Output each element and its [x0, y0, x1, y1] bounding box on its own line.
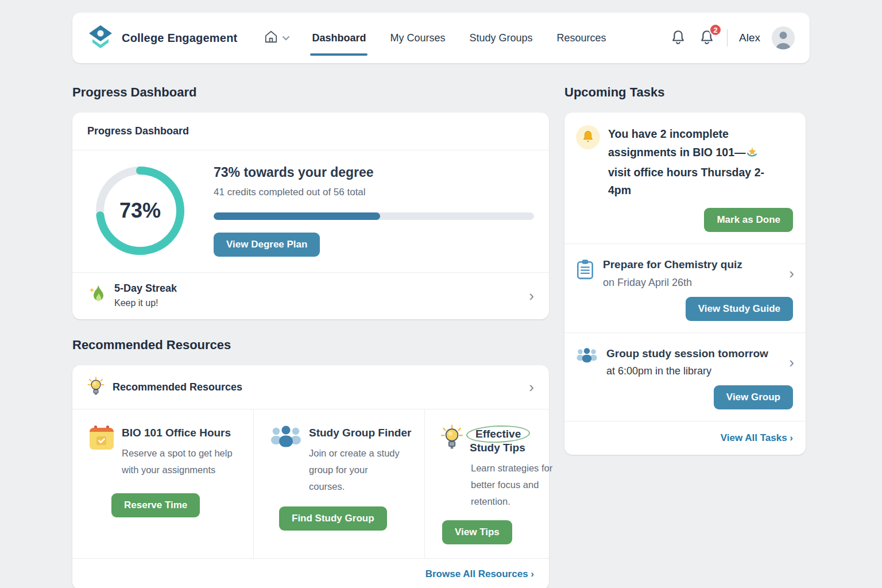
view-degree-plan-button[interactable]: View Degree Plan [214, 233, 320, 257]
notification-count-badge: 2 [709, 24, 722, 36]
lightbulb-icon [441, 424, 463, 453]
streak-title: 5-Day Streak [114, 283, 177, 295]
view-all-tasks-link[interactable]: View All Tasks › [721, 432, 793, 443]
tasks-footer: View All Tasks › [564, 421, 806, 455]
progress-section-title: Progress Dashboard [72, 85, 549, 100]
nav-tab-resources[interactable]: Resources [557, 13, 606, 63]
top-navigation-bar: College Engagement Dashboard My Courses … [72, 13, 810, 63]
header-divider [727, 29, 728, 47]
tasks-section-title: Upcoming Tasks [564, 85, 806, 100]
alert-bell-icon [576, 125, 600, 149]
user-name: Alex [739, 32, 760, 44]
app-title: College Engagement [122, 32, 237, 45]
streak-subtext: Keep it up! [114, 298, 177, 308]
resources-card-header-title: Recommended Resources [113, 381, 242, 393]
task-title: Group study session tomorrow [606, 346, 768, 362]
resource-card-study-group-finder: Study Group Finder Join or create a stud… [253, 409, 424, 558]
alerts-bell-icon[interactable]: 2 [698, 29, 715, 47]
degree-progress-ring: 73% [94, 165, 186, 257]
resource-title: Study Group Finder [309, 424, 411, 439]
degree-progress-subtext: 41 credits completed out of 56 total [214, 187, 534, 198]
resource-title: Effective Study Tips [470, 424, 527, 454]
graduation-cap-logo-icon [87, 24, 114, 52]
task-title: Prepare for Chemistry quiz [603, 257, 742, 273]
home-menu[interactable] [264, 29, 290, 47]
header-right: 2 Alex [670, 26, 795, 49]
dizzy-star-icon [746, 145, 758, 164]
task-item-group-study: Group study session tomorrow at 6:00pm i… [564, 333, 806, 421]
people-group-icon [270, 424, 302, 453]
streak-row[interactable]: 5-Day Streak Keep it up! › [72, 273, 549, 319]
chevron-right-icon[interactable]: › [529, 288, 534, 303]
task-item-bio101: You have 2 incomplete assignments in BIO… [564, 113, 806, 243]
view-group-button[interactable]: View Group [714, 385, 793, 409]
degree-progress-bar [214, 212, 534, 220]
resources-grid: BIO 101 Office Hours Reserve a spot to g… [72, 409, 549, 558]
task-item-chemistry-quiz: Prepare for Chemistry quiz on Friday Apr… [564, 244, 806, 332]
lightbulb-icon [87, 376, 105, 398]
brand: College Engagement [87, 24, 237, 52]
nav-tab-my-courses-label: My Courses [390, 32, 445, 44]
upcoming-tasks-card: You have 2 incomplete assignments in BIO… [564, 113, 806, 455]
nav-tab-my-courses[interactable]: My Courses [390, 13, 445, 63]
resource-title: BIO 101 Office Hours [122, 424, 247, 439]
chevron-down-icon [282, 33, 290, 43]
flame-streak-icon [88, 284, 107, 308]
nav-tab-dashboard-label: Dashboard [312, 32, 366, 44]
nav-tab-study-groups[interactable]: Study Groups [469, 13, 532, 63]
user-avatar[interactable] [772, 26, 795, 49]
main-nav: Dashboard My Courses Study Groups Resour… [312, 13, 606, 63]
browse-all-resources-link[interactable]: Browse All Resources › [425, 568, 534, 579]
task-text: You have 2 incomplete assignments in BIO… [608, 125, 773, 200]
resource-description: Learn strategies for better focus and re… [471, 460, 564, 510]
degree-progress-headline: 73% towards your degree [214, 165, 534, 180]
nav-tab-dashboard[interactable]: Dashboard [312, 13, 366, 63]
mark-as-done-button[interactable]: Mark as Done [704, 208, 793, 232]
resource-title-rest: Study Tips [470, 442, 525, 454]
chevron-right-icon[interactable]: › [789, 355, 794, 370]
progress-dashboard-card: Progress Dashboard 73% 73% towards your … [72, 113, 549, 319]
recommended-resources-card: Recommended Resources › [72, 365, 549, 588]
view-study-guide-button[interactable]: View Study Guide [686, 297, 793, 321]
task-subtext: on Friday April 26th [603, 277, 742, 289]
degree-ring-label: 73% [94, 165, 186, 257]
people-group-icon [576, 347, 598, 368]
degree-progress-area: 73% 73% towards your degree 41 credits c… [72, 150, 549, 272]
resources-section-title: Recommended Resources [72, 338, 549, 353]
progress-card-header: Progress Dashboard [72, 113, 549, 150]
highlighted-word-text: Effective [475, 428, 521, 440]
reserve-time-button[interactable]: Reserve Time [111, 493, 200, 517]
nav-tab-resources-label: Resources [557, 32, 606, 44]
degree-progress-fill [214, 212, 380, 220]
chevron-right-icon[interactable]: › [529, 380, 534, 394]
resources-footer: Browse All Resources › [72, 558, 549, 588]
task-text-before: You have 2 incomplete assignments in BIO… [608, 127, 746, 158]
main-content: Progress Dashboard Progress Dashboard 73… [72, 80, 549, 588]
chevron-right-icon[interactable]: › [789, 266, 794, 281]
home-icon [264, 29, 278, 47]
resource-description: Reserve a spot to get help with your ass… [122, 445, 247, 478]
notifications-bell-icon[interactable] [670, 29, 687, 47]
nav-tab-study-groups-label: Study Groups [469, 32, 532, 44]
resource-description: Join or create a study group for your co… [309, 445, 405, 495]
resource-card-study-tips: Effective Study Tips Learn strategies fo… [424, 409, 574, 558]
task-text-after: visit office hours Thursday 2-4pm [608, 166, 764, 197]
highlighted-word: Effective [470, 427, 527, 442]
upcoming-tasks-panel: Upcoming Tasks You have 2 incomplete ass… [564, 80, 806, 455]
find-study-group-button[interactable]: Find Study Group [279, 506, 387, 531]
resources-card-header[interactable]: Recommended Resources › [72, 365, 549, 409]
resource-card-office-hours: BIO 101 Office Hours Reserve a spot to g… [72, 409, 253, 558]
view-tips-button[interactable]: View Tips [442, 520, 512, 544]
clipboard-icon [576, 259, 594, 282]
calendar-icon [88, 424, 115, 455]
task-subtext: at 6:00pm in the library [606, 365, 768, 377]
